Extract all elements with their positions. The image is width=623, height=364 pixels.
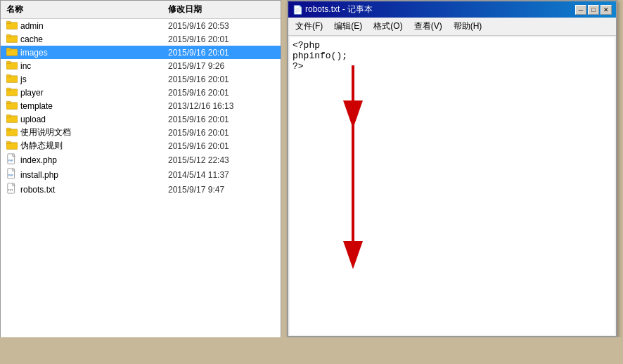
- bottom-area: [0, 337, 623, 364]
- folder-icon: [6, 46, 18, 58]
- file-name: template: [1, 100, 168, 112]
- folder-icon: [6, 86, 18, 98]
- list-item[interactable]: player 2015/9/16 20:01: [1, 86, 281, 99]
- svg-text:PHP: PHP: [8, 160, 14, 162]
- notepad-title: robots.txt - 记事本: [305, 4, 373, 15]
- notepad-window: 📄 robots.txt - 记事本 ─ □ ✕ 文件(F) 编辑(E) 格式(…: [287, 0, 617, 337]
- menu-edit[interactable]: 编辑(E): [328, 19, 368, 34]
- list-item[interactable]: inc 2015/9/17 9:26: [1, 59, 281, 72]
- file-date: 2015/9/16 20:53: [168, 21, 281, 31]
- file-name: 使用说明文档: [1, 126, 168, 138]
- list-item[interactable]: upload 2015/9/16 20:01: [1, 112, 281, 126]
- maximize-button[interactable]: □: [588, 5, 599, 15]
- menu-file[interactable]: 文件(F): [290, 19, 328, 34]
- file-name: upload: [1, 113, 168, 125]
- file-date: 2013/12/16 16:13: [168, 101, 281, 111]
- svg-rect-1: [6, 21, 11, 23]
- list-item[interactable]: images 2015/9/16 20:01: [1, 46, 281, 59]
- file-date: 2015/9/16 20:01: [168, 74, 281, 84]
- file-date: 2014/5/14 11:37: [168, 170, 281, 180]
- file-list: admin 2015/9/16 20:53 cache 2015/9/16 20…: [1, 19, 281, 197]
- svg-rect-15: [6, 115, 11, 117]
- folder-icon: [6, 20, 18, 32]
- file-name: inc: [1, 60, 168, 72]
- file-name: js: [1, 73, 168, 85]
- list-item[interactable]: js 2015/9/16 20:01: [1, 72, 281, 86]
- explorer-header: 名称 修改日期: [1, 1, 281, 19]
- svg-rect-7: [6, 61, 11, 63]
- svg-text:PHP: PHP: [8, 174, 14, 177]
- folder-icon: PHP: [6, 153, 18, 167]
- folder-icon: [6, 73, 18, 85]
- file-name: player: [1, 86, 168, 98]
- content-line-1: <?php: [293, 40, 612, 51]
- list-item[interactable]: 使用说明文档 2015/9/16 20:01: [1, 126, 281, 139]
- list-item[interactable]: 伪静态规则 2015/9/16 20:01: [1, 139, 281, 152]
- file-name: PHP install.php: [1, 168, 168, 181]
- file-date: 2015/9/16 20:01: [168, 88, 281, 98]
- file-name: cache: [1, 33, 168, 45]
- file-name: admin: [1, 20, 168, 32]
- file-date: 2015/5/12 22:43: [168, 155, 281, 165]
- column-name: 名称: [4, 2, 165, 17]
- file-name: images: [1, 46, 168, 58]
- folder-icon: TXT: [6, 183, 18, 196]
- file-date: 2015/9/16 20:01: [168, 141, 281, 151]
- notepad-menubar: 文件(F) 编辑(E) 格式(O) 查看(V) 帮助(H): [288, 18, 616, 36]
- notepad-icon: 📄: [293, 5, 302, 15]
- red-arrow: [311, 58, 395, 272]
- close-button[interactable]: ✕: [600, 5, 612, 15]
- folder-icon: [6, 140, 18, 152]
- svg-rect-17: [6, 128, 11, 130]
- list-item[interactable]: cache 2015/9/16 20:01: [1, 32, 281, 46]
- file-explorer: 名称 修改日期 admin 2015/9/16 20:53 cache 2015…: [0, 0, 281, 364]
- folder-icon: [6, 60, 18, 72]
- svg-rect-13: [6, 101, 11, 103]
- file-name: TXT robots.txt: [1, 183, 168, 196]
- svg-rect-5: [6, 48, 11, 50]
- file-date: 2015/9/16 20:01: [168, 128, 281, 138]
- list-item[interactable]: TXT robots.txt 2015/9/17 9:47: [1, 182, 281, 197]
- folder-icon: [6, 126, 18, 138]
- file-date: 2015/9/16 20:01: [168, 34, 281, 44]
- notepad-content[interactable]: <?php phpinfo(); ?>: [290, 37, 615, 335]
- svg-text:TXT: TXT: [8, 189, 14, 192]
- folder-icon: [6, 33, 18, 45]
- file-date: 2015/9/17 9:26: [168, 61, 281, 71]
- menu-help[interactable]: 帮助(H): [448, 19, 488, 34]
- file-date: 2015/9/16 20:01: [168, 115, 281, 124]
- svg-rect-11: [6, 88, 11, 90]
- file-name: PHP index.php: [1, 153, 168, 167]
- list-item[interactable]: template 2013/12/16 16:13: [1, 99, 281, 112]
- notepad-titlebar: 📄 robots.txt - 记事本 ─ □ ✕: [288, 1, 616, 18]
- file-date: 2015/9/17 9:47: [168, 185, 281, 195]
- list-item[interactable]: PHP install.php 2014/5/14 11:37: [1, 167, 281, 182]
- list-item[interactable]: admin 2015/9/16 20:53: [1, 19, 281, 32]
- titlebar-buttons: ─ □ ✕: [575, 5, 612, 15]
- menu-format[interactable]: 格式(O): [368, 19, 408, 34]
- folder-icon: PHP: [6, 168, 18, 181]
- svg-rect-19: [6, 141, 11, 143]
- titlebar-left: 📄 robots.txt - 记事本: [293, 4, 373, 15]
- folder-icon: [6, 100, 18, 112]
- list-item[interactable]: PHP index.php 2015/5/12 22:43: [1, 152, 281, 167]
- svg-rect-3: [6, 34, 11, 37]
- menu-view[interactable]: 查看(V): [409, 19, 448, 34]
- folder-icon: [6, 113, 18, 125]
- column-date: 修改日期: [165, 2, 278, 17]
- svg-rect-9: [6, 74, 11, 77]
- file-name: 伪静态规则: [1, 140, 168, 152]
- file-date: 2015/9/16 20:01: [168, 48, 281, 58]
- minimize-button[interactable]: ─: [575, 5, 586, 15]
